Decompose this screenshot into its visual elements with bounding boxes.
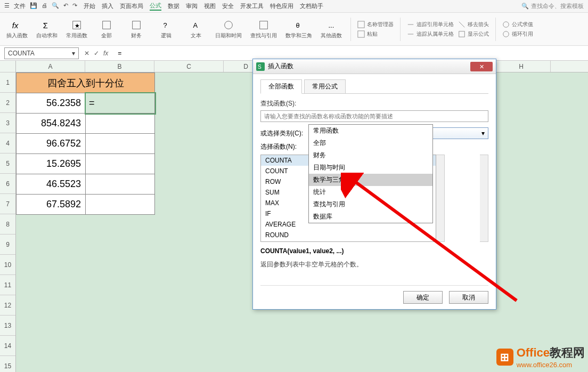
- insert-function-dialog: S 插入函数 ✕ 全部函数 常用公式 查找函数(S): 或选择类别(C): 常用…: [252, 59, 496, 310]
- menu-review[interactable]: 审阅: [186, 2, 198, 10]
- dropdown-item[interactable]: 财务: [309, 149, 432, 161]
- tab-all-functions[interactable]: 全部函数: [260, 79, 302, 94]
- row-header-11[interactable]: 11: [0, 275, 15, 295]
- chevron-down-icon[interactable]: ▾: [72, 50, 75, 57]
- row-header-7[interactable]: 7: [0, 194, 15, 214]
- menu-layout[interactable]: 页面布局: [120, 2, 143, 10]
- ribbon-trace2: 移去箭头 显示公式: [458, 21, 489, 38]
- cell-a5[interactable]: 15.2695: [17, 154, 86, 174]
- col-header-H[interactable]: H: [492, 61, 551, 72]
- name-box[interactable]: COUNTA▾: [4, 47, 79, 59]
- dialog-titlebar[interactable]: S 插入函数 ✕: [253, 59, 496, 74]
- chevron-down-icon[interactable]: ▾: [481, 130, 485, 137]
- col-header-B[interactable]: B: [85, 61, 154, 72]
- preview-icon[interactable]: 🔍: [52, 2, 59, 10]
- row-header-8[interactable]: 8: [0, 214, 15, 234]
- row-header-15[interactable]: 15: [0, 356, 15, 372]
- confirm-icon[interactable]: ✓: [94, 50, 99, 57]
- svg-text:...: ...: [329, 21, 334, 29]
- row-header-2[interactable]: 2: [0, 93, 15, 113]
- dropdown-item[interactable]: 全部: [309, 137, 432, 149]
- fx-icon[interactable]: fx: [103, 50, 108, 57]
- select-all[interactable]: [0, 61, 15, 72]
- row-header-1[interactable]: 1: [0, 72, 15, 93]
- menu-bar: ☰ 文件 💾 🖨 🔍 ↶ ↷ 开始 插入 页面布局 公式 数据 审阅 视图 安全…: [0, 0, 588, 13]
- dropdown-item[interactable]: 数据库: [309, 211, 432, 223]
- ribbon-datetime[interactable]: 日期和时间: [213, 19, 244, 39]
- row-header-14[interactable]: 14: [0, 336, 15, 356]
- row-header-5[interactable]: 5: [0, 153, 15, 174]
- ribbon-finance[interactable]: 财务: [124, 19, 149, 39]
- row-header-10[interactable]: 10: [0, 255, 15, 275]
- ribbon-math[interactable]: θ 数学和三角: [283, 19, 314, 39]
- ribbon-all[interactable]: 全部: [94, 19, 119, 39]
- tab-common-formulas[interactable]: 常用公式: [304, 79, 346, 93]
- menu-data[interactable]: 数据: [168, 2, 179, 10]
- ok-button[interactable]: 确定: [403, 291, 443, 304]
- menu-special[interactable]: 特色应用: [270, 2, 293, 10]
- menu-security[interactable]: 安全: [222, 2, 234, 10]
- ribbon-insert-function[interactable]: fx 插入函数: [4, 19, 30, 39]
- cell-a7[interactable]: 67.5892: [17, 195, 86, 215]
- category-label: 或选择类别(C):: [260, 129, 303, 138]
- cancel-icon[interactable]: ✕: [84, 50, 89, 57]
- cell-b3[interactable]: [86, 114, 155, 134]
- function-description: 返回参数列表中非空单元格的个数。: [260, 260, 488, 269]
- row-header-12[interactable]: 12: [0, 295, 15, 316]
- select-function-label: 选择函数(N):: [260, 142, 297, 151]
- search-box[interactable]: 🔍 查找命令、搜索模板: [521, 2, 584, 10]
- menu-insert[interactable]: 插入: [102, 2, 113, 10]
- svg-text:★: ★: [75, 22, 80, 28]
- dropdown-item[interactable]: 查找与引用: [309, 198, 432, 211]
- search-function-input[interactable]: [260, 110, 488, 122]
- search-label: 查找函数(S):: [260, 99, 488, 108]
- cell-b5[interactable]: [86, 154, 155, 174]
- col-header-C[interactable]: C: [154, 61, 224, 72]
- save-icon[interactable]: 💾: [30, 2, 37, 10]
- function-list-scrollbar[interactable]: [436, 155, 445, 242]
- formula-input[interactable]: =: [113, 50, 588, 57]
- svg-rect-12: [358, 21, 364, 27]
- cell-b4[interactable]: [86, 134, 155, 154]
- redo-icon[interactable]: ↷: [72, 2, 77, 10]
- ribbon-logic[interactable]: ? 逻辑: [153, 19, 179, 39]
- menu-start[interactable]: 开始: [84, 2, 95, 10]
- menu-formula[interactable]: 公式: [150, 2, 161, 11]
- ribbon-lookup[interactable]: 查找与引用: [248, 19, 279, 39]
- menu-view[interactable]: 视图: [204, 2, 216, 10]
- home-icon[interactable]: ☰: [4, 2, 10, 10]
- ribbon-autosum[interactable]: Σ 自动求和: [34, 19, 60, 39]
- cell-a4[interactable]: 96.6752: [17, 134, 86, 154]
- dropdown-item[interactable]: 数学与三角函数: [309, 174, 432, 186]
- row-header-13[interactable]: 13: [0, 316, 15, 336]
- print-icon[interactable]: 🖨: [42, 2, 47, 10]
- function-item[interactable]: ROUND: [261, 230, 436, 240]
- cell-a3[interactable]: 854.8243: [17, 114, 86, 134]
- dropdown-item[interactable]: 常用函数: [309, 125, 432, 137]
- menu-devtools[interactable]: 开发工具: [240, 2, 264, 10]
- data-table: 四舍五入到十分位 56.2358= 854.8243 96.6752 15.26…: [16, 72, 155, 215]
- category-dropdown[interactable]: 常用函数全部财务日期与时间数学与三角函数统计查找与引用数据库: [308, 124, 433, 223]
- cell-b6[interactable]: [86, 174, 155, 195]
- table-header[interactable]: 四舍五入到十分位: [17, 73, 155, 93]
- cancel-button[interactable]: 取消: [449, 291, 488, 304]
- cell-a6[interactable]: 46.5523: [17, 174, 86, 195]
- ribbon-other[interactable]: ... 其他函数: [318, 19, 344, 39]
- row-header-6[interactable]: 6: [0, 174, 15, 194]
- ribbon-text[interactable]: A 文本: [183, 19, 209, 39]
- outer-scrollbar[interactable]: [480, 155, 488, 242]
- dropdown-item[interactable]: 日期与时间: [309, 161, 432, 174]
- menu-dochelper[interactable]: 文档助手: [300, 2, 323, 10]
- file-menu[interactable]: 文件: [14, 2, 26, 10]
- cell-b7[interactable]: [86, 195, 155, 215]
- row-header-9[interactable]: 9: [0, 234, 15, 255]
- row-header-3[interactable]: 3: [0, 113, 15, 133]
- dropdown-item[interactable]: 统计: [309, 186, 432, 198]
- row-header-4[interactable]: 4: [0, 133, 15, 153]
- col-header-A[interactable]: A: [16, 61, 85, 72]
- undo-icon[interactable]: ↶: [63, 2, 68, 10]
- cell-b2[interactable]: =: [86, 93, 155, 114]
- cell-a2[interactable]: 56.2358: [17, 93, 86, 114]
- close-button[interactable]: ✕: [470, 62, 493, 71]
- ribbon-common[interactable]: ★ 常用函数: [64, 19, 89, 39]
